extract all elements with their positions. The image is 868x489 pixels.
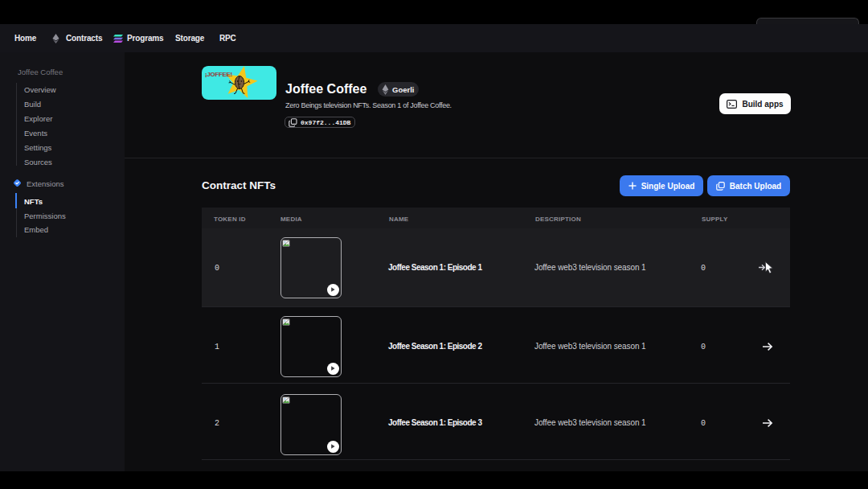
svg-text:¡JOFFEE!: ¡JOFFEE! [205,71,232,78]
